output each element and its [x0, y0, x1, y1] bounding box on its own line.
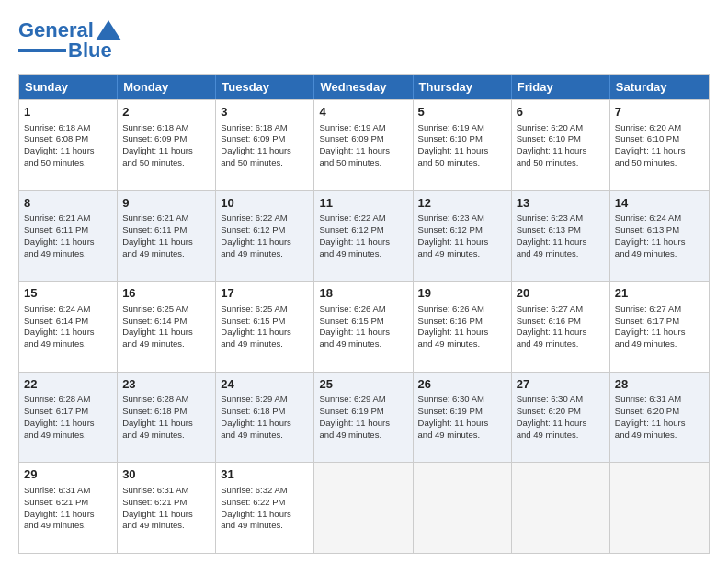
- day-info-line: Sunrise: 6:19 AM: [418, 122, 506, 134]
- day-cell-15: 15Sunrise: 6:24 AMSunset: 6:14 PMDayligh…: [19, 282, 118, 372]
- day-cell-8: 8Sunrise: 6:21 AMSunset: 6:11 PMDaylight…: [19, 191, 118, 282]
- day-info-line: Sunset: 6:13 PM: [615, 224, 704, 236]
- day-info-line: Daylight: 11 hours: [517, 327, 605, 339]
- day-cell-12: 12Sunrise: 6:23 AMSunset: 6:12 PMDayligh…: [414, 191, 512, 282]
- day-info-line: Sunset: 6:09 PM: [122, 133, 210, 145]
- day-info-line: Sunset: 6:11 PM: [24, 224, 112, 236]
- day-info-line: and 50 minutes.: [418, 157, 506, 169]
- day-info-line: Sunset: 6:09 PM: [319, 133, 407, 145]
- calendar-week-3: 15Sunrise: 6:24 AMSunset: 6:14 PMDayligh…: [19, 281, 709, 372]
- day-cell-31: 31Sunrise: 6:32 AMSunset: 6:22 PMDayligh…: [216, 463, 314, 553]
- day-cell-25: 25Sunrise: 6:29 AMSunset: 6:19 PMDayligh…: [314, 373, 413, 463]
- day-info-line: Daylight: 11 hours: [24, 509, 112, 521]
- day-info-line: and 49 minutes.: [615, 248, 704, 260]
- day-cell-3: 3Sunrise: 6:18 AMSunset: 6:09 PMDaylight…: [216, 100, 314, 190]
- day-number: 10: [221, 195, 309, 212]
- day-number: 8: [24, 195, 112, 212]
- day-info-line: Sunset: 6:10 PM: [418, 133, 506, 145]
- day-cell-20: 20Sunrise: 6:27 AMSunset: 6:16 PMDayligh…: [512, 282, 610, 372]
- header-day-tuesday: Tuesday: [216, 75, 314, 99]
- day-info-line: and 49 minutes.: [319, 430, 407, 442]
- day-info-line: Sunset: 6:10 PM: [615, 133, 704, 145]
- header-day-thursday: Thursday: [414, 75, 512, 99]
- day-cell-1: 1Sunrise: 6:18 AMSunset: 6:08 PMDaylight…: [19, 100, 118, 190]
- day-info-line: Sunrise: 6:29 AM: [221, 394, 309, 406]
- day-info-line: Sunset: 6:21 PM: [24, 497, 112, 509]
- day-info-line: Sunset: 6:12 PM: [319, 224, 407, 236]
- calendar-week-2: 8Sunrise: 6:21 AMSunset: 6:11 PMDaylight…: [19, 190, 709, 282]
- day-info-line: Sunset: 6:22 PM: [221, 497, 309, 509]
- day-info-line: and 49 minutes.: [122, 248, 210, 260]
- day-info-line: and 50 minutes.: [319, 157, 407, 169]
- day-info-line: Sunrise: 6:31 AM: [615, 394, 704, 406]
- day-info-line: Sunrise: 6:20 AM: [517, 122, 605, 134]
- empty-cell: [512, 463, 610, 553]
- day-info-line: Daylight: 11 hours: [221, 145, 309, 157]
- day-cell-10: 10Sunrise: 6:22 AMSunset: 6:12 PMDayligh…: [216, 191, 314, 282]
- day-cell-7: 7Sunrise: 6:20 AMSunset: 6:10 PMDaylight…: [610, 100, 709, 190]
- day-number: 15: [24, 285, 112, 302]
- day-info-line: and 49 minutes.: [615, 430, 704, 442]
- day-info-line: Sunset: 6:18 PM: [221, 406, 309, 418]
- day-info-line: and 49 minutes.: [517, 248, 605, 260]
- day-info-line: and 49 minutes.: [24, 339, 112, 350]
- day-info-line: Sunset: 6:13 PM: [517, 224, 605, 236]
- calendar-body: 1Sunrise: 6:18 AMSunset: 6:08 PMDaylight…: [19, 99, 709, 553]
- day-info-line: Sunset: 6:12 PM: [418, 224, 506, 236]
- day-info-line: and 49 minutes.: [319, 248, 407, 260]
- day-info-line: Sunset: 6:18 PM: [122, 406, 210, 418]
- day-info-line: Sunrise: 6:25 AM: [122, 304, 210, 316]
- day-info-line: Sunset: 6:14 PM: [24, 316, 112, 327]
- day-cell-19: 19Sunrise: 6:26 AMSunset: 6:16 PMDayligh…: [414, 282, 512, 372]
- day-cell-17: 17Sunrise: 6:25 AMSunset: 6:15 PMDayligh…: [216, 282, 314, 372]
- day-cell-11: 11Sunrise: 6:22 AMSunset: 6:12 PMDayligh…: [314, 191, 413, 282]
- empty-cell: [610, 463, 709, 553]
- day-number: 11: [319, 195, 407, 212]
- day-cell-4: 4Sunrise: 6:19 AMSunset: 6:09 PMDaylight…: [314, 100, 413, 190]
- day-info-line: Daylight: 11 hours: [122, 327, 210, 339]
- day-info-line: and 49 minutes.: [221, 520, 309, 532]
- day-info-line: Sunrise: 6:28 AM: [122, 394, 210, 406]
- day-info-line: and 49 minutes.: [24, 248, 112, 260]
- day-info-line: Sunset: 6:20 PM: [615, 406, 704, 418]
- day-number: 25: [319, 376, 407, 393]
- day-cell-14: 14Sunrise: 6:24 AMSunset: 6:13 PMDayligh…: [610, 191, 709, 282]
- day-number: 26: [418, 376, 506, 393]
- logo: General Blue: [18, 18, 121, 63]
- day-number: 6: [517, 104, 605, 121]
- day-number: 22: [24, 376, 112, 393]
- day-cell-22: 22Sunrise: 6:28 AMSunset: 6:17 PMDayligh…: [19, 373, 118, 463]
- day-number: 7: [615, 104, 704, 121]
- day-info-line: Daylight: 11 hours: [122, 509, 210, 521]
- day-info-line: and 49 minutes.: [122, 430, 210, 442]
- day-info-line: Sunrise: 6:22 AM: [319, 213, 407, 224]
- day-cell-30: 30Sunrise: 6:31 AMSunset: 6:21 PMDayligh…: [118, 463, 216, 553]
- day-info-line: and 50 minutes.: [221, 157, 309, 169]
- day-info-line: Daylight: 11 hours: [319, 418, 407, 430]
- day-info-line: Daylight: 11 hours: [615, 327, 704, 339]
- day-info-line: Daylight: 11 hours: [221, 327, 309, 339]
- page: General Blue SundayMondayTuesdayWednesda…: [0, 0, 728, 563]
- day-number: 2: [122, 104, 210, 121]
- day-info-line: Sunset: 6:16 PM: [517, 316, 605, 327]
- day-info-line: Daylight: 11 hours: [221, 418, 309, 430]
- day-info-line: Daylight: 11 hours: [418, 236, 506, 248]
- day-info-line: Sunset: 6:08 PM: [24, 133, 112, 145]
- day-info-line: Daylight: 11 hours: [221, 236, 309, 248]
- day-info-line: and 49 minutes.: [24, 520, 112, 532]
- day-info-line: and 49 minutes.: [24, 430, 112, 442]
- day-number: 4: [319, 104, 407, 121]
- day-info-line: Daylight: 11 hours: [319, 145, 407, 157]
- day-info-line: and 49 minutes.: [418, 430, 506, 442]
- day-number: 1: [24, 104, 112, 121]
- day-info-line: Sunset: 6:15 PM: [319, 316, 407, 327]
- day-info-line: Sunset: 6:15 PM: [221, 316, 309, 327]
- day-info-line: Daylight: 11 hours: [24, 418, 112, 430]
- day-number: 5: [418, 104, 506, 121]
- day-info-line: Daylight: 11 hours: [418, 327, 506, 339]
- day-info-line: and 49 minutes.: [319, 339, 407, 350]
- day-info-line: and 49 minutes.: [517, 430, 605, 442]
- day-info-line: Sunrise: 6:26 AM: [319, 304, 407, 316]
- header-day-sunday: Sunday: [19, 75, 118, 99]
- day-info-line: Daylight: 11 hours: [319, 236, 407, 248]
